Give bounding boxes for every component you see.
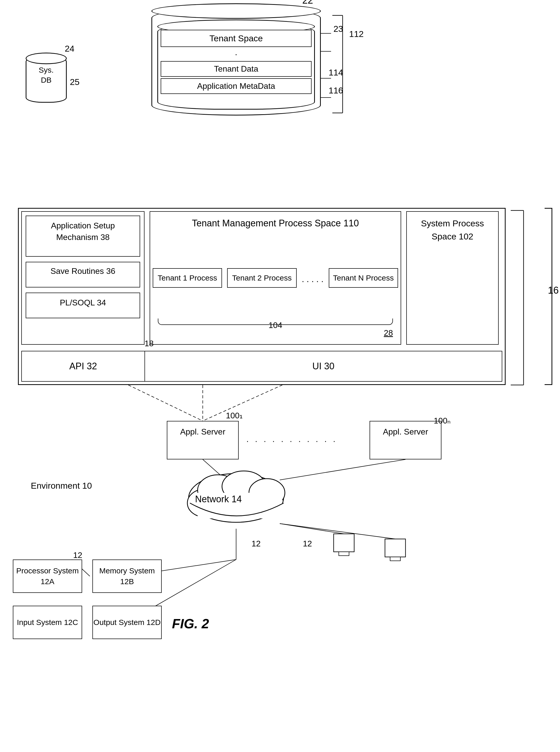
label-28: 28 [384,328,393,338]
sysdb-text: Sys. DB [26,65,66,85]
app-setup-box: Application Setup Mechanism 38 [26,216,140,257]
label-23: 23 [333,24,343,34]
tenant-processes-row: Tenant 1 Process Tenant 2 Process · · · … [153,268,398,288]
label-18: 18 [144,339,154,348]
label-104: 104 [268,320,282,330]
svg-rect-24 [334,534,354,552]
main-process-box: Application Setup Mechanism 38 Save Rout… [18,208,505,385]
label-22: 22 [302,0,313,6]
label-12-2: 12 [252,539,261,549]
environment-label: Environment 10 [31,480,92,491]
svg-line-28 [280,523,344,534]
sysdb-cylinder: 24 Sys. DB 25 [26,57,67,103]
label-24: 24 [65,44,75,54]
tenant-ellipsis: · · · · · [302,268,324,286]
label-114: 114 [328,67,343,78]
appl-server-1: Appl. Server [167,421,239,459]
left-section: Application Setup Mechanism 38 Save Rout… [21,211,144,345]
cloud-label: Network 14 [195,493,242,506]
client-memory-box: Memory System 12B [93,559,162,593]
label-100-1: 100₁ [226,411,243,420]
client-output-box: Output System 12D [93,606,162,639]
save-routines-box: Save Routines 36 [26,262,140,288]
api-ui-bar: API 32 UI 30 [21,351,502,382]
cylinder-inner: Tenant Space · Tenant Data Application M… [157,24,315,110]
tenant-space-box: Tenant Space [161,30,312,47]
tenantN-process-box: Tenant N Process [329,268,398,288]
svg-rect-27 [390,557,400,561]
label-116: 116 [328,85,343,96]
svg-line-13 [203,459,226,480]
label-25: 25 [70,77,80,87]
tenant-data-box: Tenant Data [161,61,312,77]
diagram: 22 Tenant Space · Tenant Data Applicatio… [0,0,560,752]
server-dots: · · · · · · · · · · · [246,436,338,446]
svg-line-29 [280,523,395,539]
client-input-box: Input System 12C [13,606,82,639]
appl-server-n: Appl. Server [369,421,441,459]
svg-rect-26 [385,539,405,557]
cylinder-outer: Tenant Space · Tenant Data Application M… [152,8,321,116]
tenant1-process-box: Tenant 1 Process [153,268,222,288]
svg-line-10 [128,385,203,421]
tenant2-process-box: Tenant 2 Process [227,268,296,288]
ui-section: UI 30 [145,351,502,381]
system-process-box: System Process Space 102 [406,211,499,345]
label-16: 16 [548,285,559,296]
label-112: 112 [349,29,364,39]
label-12-1: 12 [73,551,82,560]
svg-point-19 [249,479,285,507]
cylinder-content: Tenant Space · Tenant Data Application M… [161,30,312,94]
tenant-mgmt-title: Tenant Management Process Space 110 [150,212,401,230]
small-cylinder: Sys. DB [26,57,67,103]
svg-line-14 [280,459,405,480]
fig-label: FIG. 2 [172,616,209,631]
bracket-16 [545,208,552,385]
db-dots: · [161,49,312,59]
svg-rect-25 [339,552,349,556]
plsoql-box: PL/SOQL 34 [26,293,140,318]
tenant-mgmt-box: Tenant Management Process Space 110 Tena… [149,211,401,345]
label-100-n: 100ₙ [434,416,451,426]
client-processor-box: Processor System 12A [13,559,82,593]
app-metadata-box: Application MetaData [161,78,312,94]
small-cylinder-top [26,53,67,64]
database-cylinder: 22 Tenant Space · Tenant Data Applicatio… [149,8,323,116]
api-section: API 32 [22,351,145,381]
label-12-3: 12 [303,539,312,549]
cylinder-top-ellipse [152,3,321,19]
